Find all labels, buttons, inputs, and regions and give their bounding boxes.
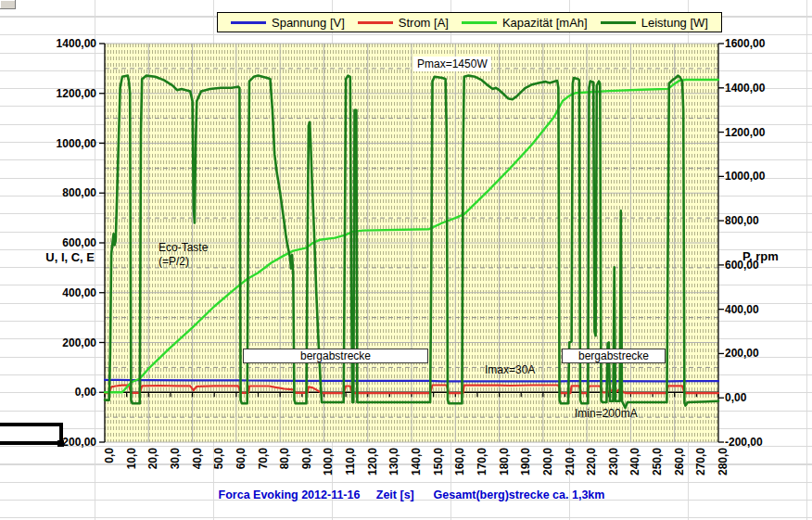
y-right-tick-label: 1400,00 (725, 82, 790, 95)
annotation-imax[interactable]: Imax=30A (485, 363, 535, 376)
y-right-tick-label: 200,00 (725, 347, 790, 360)
x-tick-label: 250,0 (651, 448, 664, 490)
annotation-eco-line1: Eco-Taste (159, 241, 208, 255)
annotation-pmax[interactable]: Pmax=1450W (413, 57, 491, 71)
x-tick-label: 140,0 (410, 448, 423, 490)
y-right-tick-label: -200,00 (725, 436, 790, 449)
legend-line-sample (462, 21, 497, 24)
legend-label: Leistung [W] (641, 16, 708, 30)
drawing-rectangle-handle[interactable] (57, 440, 64, 447)
legend-label: Strom [A] (399, 16, 449, 30)
x-tick-label: 160,0 (453, 448, 466, 490)
annotation-bergabstrecke-1[interactable]: bergabstrecke (243, 349, 428, 363)
x-tick-label: 110,0 (344, 448, 357, 490)
y-right-axis-title: P, rpm (742, 249, 779, 263)
x-tick-label: 30,0 (169, 448, 182, 490)
series-spannung-v[interactable] (105, 380, 718, 382)
x-tick-label: 130,0 (387, 448, 400, 490)
y-left-tick-label: 0,00 (28, 386, 96, 399)
x-tick-label: 280,0 (717, 448, 730, 490)
legend-item[interactable]: Spannung [V] (231, 16, 345, 30)
y-left-tick-label: 1200,00 (28, 87, 96, 100)
x-tick-label: 230,0 (607, 448, 620, 490)
y-left-tick-label: 1400,00 (28, 37, 96, 50)
legend-item[interactable]: Leistung [W] (601, 16, 708, 30)
annotation-imin[interactable]: Imin=200mA (575, 407, 638, 420)
x-tick-label: 0,0 (103, 448, 116, 490)
legend-label: Kapazität [mAh] (502, 16, 588, 30)
y-left-tick-label: 800,00 (28, 186, 96, 199)
x-tick-label: 220,0 (585, 448, 598, 490)
drawing-rectangle[interactable] (0, 423, 63, 445)
y-left-tick-label: 600,00 (28, 236, 96, 249)
x-tick-label: 150,0 (432, 448, 445, 490)
x-tick-label: 260,0 (673, 448, 686, 490)
y-left-axis-title: U, I, C, E (19, 250, 95, 264)
x-tick-label: 170,0 (476, 448, 488, 490)
worksheet-corner-button[interactable] (0, 0, 16, 9)
x-tick-label: 200,0 (541, 448, 554, 490)
y-right-tick-label: 400,00 (725, 303, 790, 316)
x-tick-label: 270,0 (694, 448, 707, 490)
y-left-tick-label: 1000,00 (28, 137, 96, 150)
x-axis-title: Forca Evoking 2012-11-16 Zeit [s] Gesamt… (105, 488, 718, 501)
y-left-tick-label: 200,00 (28, 336, 96, 349)
x-tick-label: 100,0 (322, 448, 335, 490)
legend-item[interactable]: Kapazität [mAh] (462, 16, 588, 30)
legend-line-sample (358, 21, 393, 24)
legend-item[interactable]: Strom [A] (358, 16, 449, 30)
x-tick-label: 210,0 (564, 448, 577, 490)
annotation-bergabstrecke-2[interactable]: bergabstrecke (562, 349, 666, 363)
x-tick-label: 80,0 (278, 448, 291, 490)
x-tick-label: 70,0 (257, 448, 270, 490)
annotation-eco-taste[interactable]: Eco-Taste (=P/2) (159, 241, 208, 269)
y-right-tick-label: 0,00 (725, 391, 790, 404)
x-tick-label: 90,0 (300, 448, 313, 490)
x-tick-label: 180,0 (498, 448, 511, 490)
x-tick-label: 60,0 (235, 448, 247, 490)
chart-canvas (0, 0, 812, 520)
y-right-tick-label: 1600,00 (725, 37, 790, 50)
x-tick-label: 50,0 (212, 448, 225, 490)
y-right-tick-label: 1200,00 (725, 126, 790, 139)
x-tick-label: 20,0 (146, 448, 159, 490)
y-left-tick-label: 400,00 (28, 286, 96, 299)
chart-legend[interactable]: Spannung [V]Strom [A]Kapazität [mAh]Leis… (217, 12, 722, 32)
legend-line-sample (601, 21, 636, 24)
legend-label: Spannung [V] (272, 16, 345, 30)
x-tick-label: 120,0 (366, 448, 379, 490)
y-right-tick-label: 800,00 (725, 214, 790, 227)
legend-line-sample (231, 21, 266, 24)
x-tick-label: 10,0 (125, 448, 138, 490)
x-tick-label: 40,0 (191, 448, 204, 490)
x-tick-label: 240,0 (628, 448, 641, 490)
y-right-tick-label: 1000,00 (725, 170, 790, 183)
annotation-eco-line2: (=P/2) (159, 255, 208, 269)
x-tick-label: 190,0 (519, 448, 532, 490)
